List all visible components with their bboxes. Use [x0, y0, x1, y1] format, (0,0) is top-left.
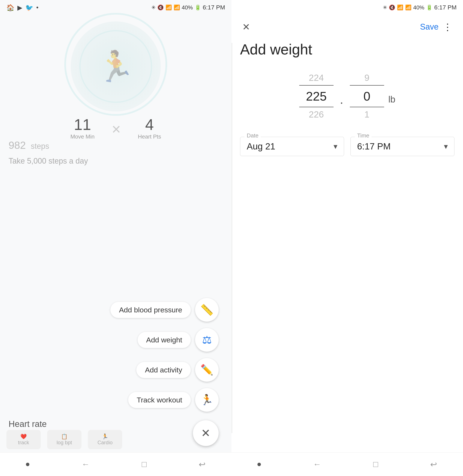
hr-cardio-label: Cardio — [98, 440, 113, 446]
blood-pressure-label[interactable]: Add blood pressure — [110, 302, 191, 318]
app-icons: 🏠 ▶ 🐦 • — [6, 4, 39, 11]
nav-back-left[interactable]: ← — [81, 460, 89, 469]
more-options-button[interactable]: ⋮ — [441, 19, 454, 35]
header-right: ✕ Save ⋮ — [232, 15, 463, 37]
decimal-dot: . — [338, 92, 346, 107]
goal-text: Take 5,000 steps a day — [9, 157, 88, 166]
blood-pressure-icon: 📏 — [200, 304, 214, 316]
decimal-selected[interactable]: 0 — [350, 85, 384, 107]
back-icon-left: ← — [81, 460, 89, 469]
wifi-icon: 📶 — [166, 5, 172, 10]
fab-blood-pressure[interactable]: Add blood pressure 📏 — [110, 298, 219, 322]
date-field-value[interactable]: Aug 21 ▾ — [247, 141, 337, 152]
hr-track-icon: ❤️ — [20, 433, 27, 440]
steps-counter: 982 steps — [9, 139, 49, 151]
wifi-icon-right: 📶 — [397, 5, 403, 10]
nav-home-right[interactable]: □ — [373, 460, 378, 469]
status-icons-right: ✳ 🔇 📶 📶 40% 🔋 6:17 PM — [383, 4, 457, 11]
decimal-above: 9 — [350, 71, 384, 85]
hr-card-cardio[interactable]: 🏃 Cardio — [88, 430, 122, 449]
nav-dot-right — [258, 463, 261, 466]
datetime-row: Date Aug 21 ▾ Time 6:17 PM ▾ — [232, 130, 463, 162]
battery-left: 40% — [182, 4, 193, 11]
hr-card-log[interactable]: 📋 log bpt — [47, 430, 81, 449]
steps-label: steps — [31, 142, 49, 151]
nav-dot-indicator-right — [258, 463, 261, 466]
time-field-label: Time — [355, 132, 372, 139]
hr-log-icon: 📋 — [61, 433, 68, 440]
time-value-text: 6:17 PM — [357, 141, 391, 152]
time-dropdown-arrow: ▾ — [444, 142, 448, 151]
add-weight-button[interactable]: ⚖ — [195, 328, 219, 352]
recents-icon-left: ↩ — [199, 460, 205, 469]
track-workout-label[interactable]: Track workout — [128, 392, 191, 408]
decimal-picker[interactable]: 9 0 1 — [350, 71, 384, 122]
nav-dot-indicator — [26, 463, 29, 466]
whole-above: 224 — [299, 71, 334, 85]
heart-rate-label: Heart rate — [9, 419, 47, 429]
time-right: 6:17 PM — [434, 4, 457, 11]
battery-icon-left: 🔋 — [195, 5, 201, 10]
nav-dot-left — [26, 463, 29, 466]
date-value-text: Aug 21 — [247, 141, 275, 152]
hr-log-label: log bpt — [57, 440, 72, 446]
twitter-icon: 🐦 — [25, 4, 33, 11]
signal-icon-right: 📶 — [405, 5, 411, 10]
fitness-visual-icon: 🏃 — [97, 49, 135, 84]
status-icons-left: ✳ 🔇 📶 📶 40% 🔋 6:17 PM — [151, 4, 225, 11]
move-min-label: Move Min — [70, 133, 95, 140]
blood-pressure-button[interactable]: 📏 — [195, 298, 219, 322]
panel-divider — [232, 43, 232, 433]
stat-separator: × — [112, 120, 121, 140]
nav-recents-left[interactable]: ↩ — [199, 460, 205, 469]
battery-right: 40% — [413, 4, 424, 11]
fab-close-icon: ✕ — [201, 427, 211, 440]
mute-icon: 🔇 — [157, 5, 164, 10]
mute-icon-right: 🔇 — [389, 5, 395, 10]
whole-selected[interactable]: 225 — [299, 85, 334, 107]
add-weight-label[interactable]: Add weight — [138, 332, 191, 348]
fab-track-workout[interactable]: Track workout 🏃 — [128, 388, 219, 412]
date-field[interactable]: Date Aug 21 ▾ — [240, 137, 344, 156]
hr-track-label: track — [18, 440, 29, 446]
time-field-value[interactable]: 6:17 PM ▾ — [357, 141, 448, 152]
home-icon: 🏠 — [6, 4, 14, 11]
steps-count: 982 — [9, 140, 26, 151]
home-nav-icon-left: □ — [142, 460, 147, 469]
decimal-below: 1 — [350, 107, 384, 122]
weight-picker[interactable]: 224 225 226 . 9 0 1 lb — [232, 62, 463, 130]
fab-menu: Add blood pressure 📏 Add weight ⚖ Add ac… — [110, 298, 219, 412]
battery-icon-right: 🔋 — [426, 5, 433, 10]
heart-pts-stat: 4 Heart Pts — [138, 116, 161, 140]
fab-add-activity[interactable]: Add activity ✏️ — [136, 358, 219, 382]
hr-cardio-icon: 🏃 — [102, 433, 108, 440]
dot-icon: • — [36, 4, 39, 11]
play-icon: ▶ — [17, 4, 22, 11]
right-panel: ✳ 🔇 📶 📶 40% 🔋 6:17 PM ✕ Save ⋮ Add weigh… — [232, 0, 463, 476]
add-activity-button[interactable]: ✏️ — [195, 358, 219, 382]
nav-home-left[interactable]: □ — [142, 460, 147, 469]
heart-pts-label: Heart Pts — [138, 133, 161, 140]
time-left: 6:17 PM — [203, 4, 225, 11]
add-activity-label[interactable]: Add activity — [136, 362, 191, 378]
recents-icon-right: ↩ — [430, 460, 437, 469]
close-button[interactable]: ✕ — [240, 19, 252, 35]
home-nav-icon-right: □ — [373, 460, 378, 469]
nav-recents-right[interactable]: ↩ — [430, 460, 437, 469]
date-field-label: Date — [245, 132, 261, 139]
time-field[interactable]: Time 6:17 PM ▾ — [350, 137, 454, 156]
fab-close-button[interactable]: ✕ — [193, 420, 219, 446]
hr-card-track[interactable]: ❤️ track — [6, 430, 41, 449]
nav-back-right[interactable]: ← — [313, 460, 321, 469]
signal-icon: 📶 — [174, 5, 180, 10]
track-workout-button[interactable]: 🏃 — [195, 388, 219, 412]
back-icon-right: ← — [313, 460, 321, 469]
weight-unit: lb — [388, 94, 395, 105]
save-button[interactable]: Save — [418, 20, 441, 34]
heart-pts-number: 4 — [138, 116, 161, 133]
activity-pencil-icon: ✏️ — [200, 364, 213, 376]
fab-add-weight[interactable]: Add weight ⚖ — [138, 328, 219, 352]
whole-number-picker[interactable]: 224 225 226 — [299, 71, 334, 122]
bottom-nav-left: ← □ ↩ — [0, 452, 232, 476]
status-bar-right: ✳ 🔇 📶 📶 40% 🔋 6:17 PM — [232, 0, 463, 15]
